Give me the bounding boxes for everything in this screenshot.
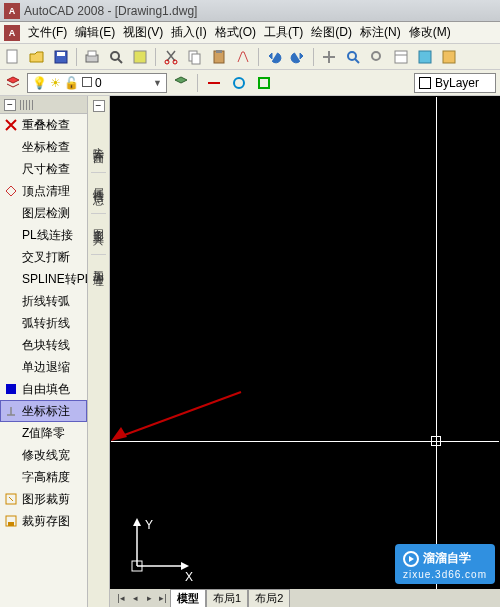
tool-item-label: 坐标标注 xyxy=(22,403,70,420)
vlabel-0[interactable]: 去除片面 xyxy=(91,132,106,152)
menu-tools[interactable]: 工具(T) xyxy=(260,24,307,41)
save-button[interactable] xyxy=(50,46,72,68)
layer-tool-b[interactable] xyxy=(228,72,250,94)
tool-item-18[interactable]: 裁剪存图 xyxy=(0,510,87,532)
tool-item-9[interactable]: 弧转折线 xyxy=(0,312,87,334)
preview-button[interactable] xyxy=(105,46,127,68)
tool-item-0[interactable]: 重叠检查 xyxy=(0,114,87,136)
tool-item-label: PL线连接 xyxy=(22,227,73,244)
x-icon xyxy=(4,118,18,132)
tool-item-16[interactable]: 字高精度 xyxy=(0,466,87,488)
menu-modify[interactable]: 修改(M) xyxy=(405,24,455,41)
separator xyxy=(155,48,156,66)
menu-file[interactable]: 文件(F) xyxy=(24,24,71,41)
palette-header: − xyxy=(0,96,87,114)
watermark-url: zixue.3d66.com xyxy=(403,569,487,580)
menu-format[interactable]: 格式(O) xyxy=(211,24,260,41)
menu-edit[interactable]: 编辑(E) xyxy=(71,24,119,41)
svg-point-5 xyxy=(111,52,119,60)
tab-nav-first[interactable]: |◂ xyxy=(114,591,128,605)
redo-button[interactable] xyxy=(287,46,309,68)
layer-tool-c[interactable] xyxy=(253,72,275,94)
layer-combo[interactable]: 💡 ☀ 🔓 0 ▼ xyxy=(27,73,167,93)
tool-item-4[interactable]: 图层检测 xyxy=(0,202,87,224)
layer-prev-button[interactable] xyxy=(170,72,192,94)
tab-nav-prev[interactable]: ◂ xyxy=(128,591,142,605)
svg-point-14 xyxy=(348,52,356,60)
tool-item-11[interactable]: 单边退缩 xyxy=(0,356,87,378)
strip-collapse-button[interactable]: − xyxy=(93,100,105,112)
vlabel-2[interactable]: 图形工具 xyxy=(91,213,106,234)
svg-rect-19 xyxy=(419,51,431,63)
layer-tool-a[interactable] xyxy=(203,72,225,94)
save-icon xyxy=(4,514,18,528)
tab-layout2[interactable]: 布局2 xyxy=(248,589,290,607)
vlabel-1[interactable]: 属性信息 xyxy=(91,172,106,193)
color-combo[interactable]: ByLayer xyxy=(414,73,496,93)
blank-icon xyxy=(4,140,18,154)
open-button[interactable] xyxy=(26,46,48,68)
tool-b[interactable] xyxy=(438,46,460,68)
blank-icon xyxy=(4,470,18,484)
cut-button[interactable] xyxy=(160,46,182,68)
tool-item-7[interactable]: SPLINE转PL xyxy=(0,268,87,290)
tool-item-2[interactable]: 尺寸检查 xyxy=(0,158,87,180)
new-button[interactable] xyxy=(2,46,24,68)
blank-icon xyxy=(4,250,18,264)
tool-item-14[interactable]: Z值降零 xyxy=(0,422,87,444)
tab-nav-last[interactable]: ▸| xyxy=(156,591,170,605)
print-button[interactable] xyxy=(81,46,103,68)
app-icon: A xyxy=(4,3,20,19)
drawing-area[interactable]: Y X 溜溜自学 z xyxy=(110,96,500,607)
bulb-icon: 💡 xyxy=(32,76,47,90)
paste-button[interactable] xyxy=(208,46,230,68)
tool-item-5[interactable]: PL线连接 xyxy=(0,224,87,246)
svg-line-15 xyxy=(355,59,359,63)
tool-item-1[interactable]: 坐标检查 xyxy=(0,136,87,158)
tool-item-15[interactable]: 修改线宽 xyxy=(0,444,87,466)
tool-item-13[interactable]: 坐标标注 xyxy=(0,400,87,422)
blank-icon xyxy=(4,272,18,286)
tool-item-8[interactable]: 折线转弧 xyxy=(0,290,87,312)
tool-item-17[interactable]: 图形裁剪 xyxy=(0,488,87,510)
match-button[interactable] xyxy=(232,46,254,68)
tab-nav-next[interactable]: ▸ xyxy=(142,591,156,605)
tab-layout1[interactable]: 布局1 xyxy=(206,589,248,607)
properties-button[interactable] xyxy=(390,46,412,68)
zoom-button[interactable] xyxy=(342,46,364,68)
pan-button[interactable] xyxy=(318,46,340,68)
vlabel-3[interactable]: 加工管理 xyxy=(91,254,106,275)
svg-rect-4 xyxy=(88,51,96,56)
svg-marker-28 xyxy=(133,518,141,526)
menu-dim[interactable]: 标注(N) xyxy=(356,24,405,41)
tool-item-label: 尺寸检查 xyxy=(22,161,70,178)
svg-rect-11 xyxy=(192,54,200,64)
menu-draw[interactable]: 绘图(D) xyxy=(307,24,356,41)
grip-icon[interactable] xyxy=(20,100,34,110)
publish-button[interactable] xyxy=(129,46,151,68)
tool-item-label: 坐标检查 xyxy=(22,139,70,156)
tool-item-label: 顶点清理 xyxy=(22,183,70,200)
category-strip: − 去除片面 属性信息 图形工具 加工管理 xyxy=(88,96,110,607)
tool-item-6[interactable]: 交叉打断 xyxy=(0,246,87,268)
separator xyxy=(76,48,77,66)
collapse-button[interactable]: − xyxy=(4,99,16,111)
menu-view[interactable]: 视图(V) xyxy=(119,24,167,41)
tab-model[interactable]: 模型 xyxy=(170,589,206,607)
tool-item-3[interactable]: 顶点清理 xyxy=(0,180,87,202)
tool-item-12[interactable]: 自由填色 xyxy=(0,378,87,400)
blank-icon xyxy=(4,338,18,352)
svg-line-32 xyxy=(119,392,241,437)
tool-a[interactable] xyxy=(414,46,436,68)
tool-item-10[interactable]: 色块转线 xyxy=(0,334,87,356)
blank-icon xyxy=(4,228,18,242)
zoom-prev-button[interactable] xyxy=(366,46,388,68)
svg-rect-23 xyxy=(6,384,16,394)
layer-manager-button[interactable] xyxy=(2,72,24,94)
svg-rect-0 xyxy=(7,50,17,63)
layer-name: 0 xyxy=(95,76,102,90)
doc-icon[interactable]: A xyxy=(4,25,20,41)
undo-button[interactable] xyxy=(263,46,285,68)
copy-button[interactable] xyxy=(184,46,206,68)
menu-insert[interactable]: 插入(I) xyxy=(167,24,210,41)
